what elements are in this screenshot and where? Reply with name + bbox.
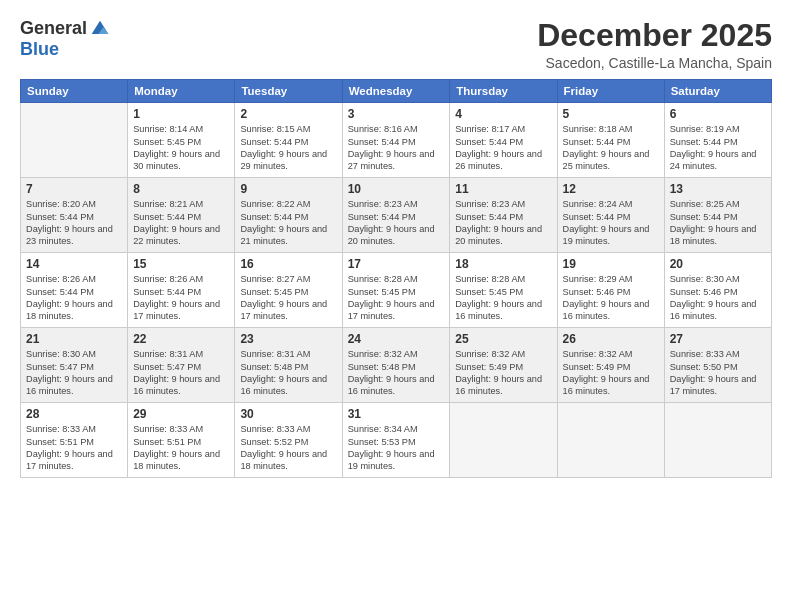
calendar-table: Sunday Monday Tuesday Wednesday Thursday… — [20, 79, 772, 478]
day-number: 15 — [133, 257, 229, 271]
logo-general-text: General — [20, 18, 87, 39]
calendar-cell: 14Sunrise: 8:26 AM Sunset: 5:44 PM Dayli… — [21, 253, 128, 328]
calendar-cell: 20Sunrise: 8:30 AM Sunset: 5:46 PM Dayli… — [664, 253, 771, 328]
day-number: 8 — [133, 182, 229, 196]
day-info: Sunrise: 8:30 AM Sunset: 5:46 PM Dayligh… — [670, 273, 766, 323]
day-info: Sunrise: 8:27 AM Sunset: 5:45 PM Dayligh… — [240, 273, 336, 323]
day-info: Sunrise: 8:28 AM Sunset: 5:45 PM Dayligh… — [348, 273, 445, 323]
calendar-header-row: Sunday Monday Tuesday Wednesday Thursday… — [21, 80, 772, 103]
calendar-cell — [557, 403, 664, 478]
calendar-cell: 18Sunrise: 8:28 AM Sunset: 5:45 PM Dayli… — [450, 253, 557, 328]
calendar-cell: 27Sunrise: 8:33 AM Sunset: 5:50 PM Dayli… — [664, 328, 771, 403]
calendar-cell: 31Sunrise: 8:34 AM Sunset: 5:53 PM Dayli… — [342, 403, 450, 478]
day-info: Sunrise: 8:33 AM Sunset: 5:51 PM Dayligh… — [133, 423, 229, 473]
calendar-cell: 3Sunrise: 8:16 AM Sunset: 5:44 PM Daylig… — [342, 103, 450, 178]
calendar-cell: 23Sunrise: 8:31 AM Sunset: 5:48 PM Dayli… — [235, 328, 342, 403]
day-number: 14 — [26, 257, 122, 271]
calendar-cell — [664, 403, 771, 478]
calendar-week-row: 1Sunrise: 8:14 AM Sunset: 5:45 PM Daylig… — [21, 103, 772, 178]
day-info: Sunrise: 8:25 AM Sunset: 5:44 PM Dayligh… — [670, 198, 766, 248]
col-wednesday: Wednesday — [342, 80, 450, 103]
col-thursday: Thursday — [450, 80, 557, 103]
calendar-cell: 11Sunrise: 8:23 AM Sunset: 5:44 PM Dayli… — [450, 178, 557, 253]
calendar-cell: 10Sunrise: 8:23 AM Sunset: 5:44 PM Dayli… — [342, 178, 450, 253]
calendar-cell: 12Sunrise: 8:24 AM Sunset: 5:44 PM Dayli… — [557, 178, 664, 253]
day-info: Sunrise: 8:20 AM Sunset: 5:44 PM Dayligh… — [26, 198, 122, 248]
calendar-cell: 28Sunrise: 8:33 AM Sunset: 5:51 PM Dayli… — [21, 403, 128, 478]
day-info: Sunrise: 8:16 AM Sunset: 5:44 PM Dayligh… — [348, 123, 445, 173]
day-number: 30 — [240, 407, 336, 421]
calendar-cell: 25Sunrise: 8:32 AM Sunset: 5:49 PM Dayli… — [450, 328, 557, 403]
day-info: Sunrise: 8:26 AM Sunset: 5:44 PM Dayligh… — [133, 273, 229, 323]
day-number: 26 — [563, 332, 659, 346]
day-number: 3 — [348, 107, 445, 121]
day-number: 10 — [348, 182, 445, 196]
calendar-week-row: 14Sunrise: 8:26 AM Sunset: 5:44 PM Dayli… — [21, 253, 772, 328]
day-info: Sunrise: 8:31 AM Sunset: 5:47 PM Dayligh… — [133, 348, 229, 398]
day-number: 16 — [240, 257, 336, 271]
calendar-cell — [21, 103, 128, 178]
day-number: 12 — [563, 182, 659, 196]
calendar-cell: 9Sunrise: 8:22 AM Sunset: 5:44 PM Daylig… — [235, 178, 342, 253]
day-info: Sunrise: 8:26 AM Sunset: 5:44 PM Dayligh… — [26, 273, 122, 323]
logo-blue-text: Blue — [20, 39, 59, 60]
calendar-cell: 19Sunrise: 8:29 AM Sunset: 5:46 PM Dayli… — [557, 253, 664, 328]
day-info: Sunrise: 8:33 AM Sunset: 5:50 PM Dayligh… — [670, 348, 766, 398]
calendar-cell: 30Sunrise: 8:33 AM Sunset: 5:52 PM Dayli… — [235, 403, 342, 478]
location-title: Sacedon, Castille-La Mancha, Spain — [537, 55, 772, 71]
calendar-cell: 29Sunrise: 8:33 AM Sunset: 5:51 PM Dayli… — [128, 403, 235, 478]
day-number: 31 — [348, 407, 445, 421]
day-info: Sunrise: 8:28 AM Sunset: 5:45 PM Dayligh… — [455, 273, 551, 323]
day-number: 5 — [563, 107, 659, 121]
day-number: 2 — [240, 107, 336, 121]
day-number: 6 — [670, 107, 766, 121]
col-monday: Monday — [128, 80, 235, 103]
title-section: December 2025 Sacedon, Castille-La Manch… — [537, 18, 772, 71]
calendar-cell: 7Sunrise: 8:20 AM Sunset: 5:44 PM Daylig… — [21, 178, 128, 253]
calendar-cell: 2Sunrise: 8:15 AM Sunset: 5:44 PM Daylig… — [235, 103, 342, 178]
calendar-cell — [450, 403, 557, 478]
calendar-cell: 8Sunrise: 8:21 AM Sunset: 5:44 PM Daylig… — [128, 178, 235, 253]
calendar-week-row: 7Sunrise: 8:20 AM Sunset: 5:44 PM Daylig… — [21, 178, 772, 253]
day-info: Sunrise: 8:31 AM Sunset: 5:48 PM Dayligh… — [240, 348, 336, 398]
day-number: 23 — [240, 332, 336, 346]
day-info: Sunrise: 8:29 AM Sunset: 5:46 PM Dayligh… — [563, 273, 659, 323]
calendar-week-row: 21Sunrise: 8:30 AM Sunset: 5:47 PM Dayli… — [21, 328, 772, 403]
calendar-cell: 22Sunrise: 8:31 AM Sunset: 5:47 PM Dayli… — [128, 328, 235, 403]
day-number: 27 — [670, 332, 766, 346]
day-number: 29 — [133, 407, 229, 421]
calendar-cell: 1Sunrise: 8:14 AM Sunset: 5:45 PM Daylig… — [128, 103, 235, 178]
day-number: 22 — [133, 332, 229, 346]
calendar-cell: 13Sunrise: 8:25 AM Sunset: 5:44 PM Dayli… — [664, 178, 771, 253]
day-info: Sunrise: 8:24 AM Sunset: 5:44 PM Dayligh… — [563, 198, 659, 248]
day-info: Sunrise: 8:32 AM Sunset: 5:49 PM Dayligh… — [563, 348, 659, 398]
day-info: Sunrise: 8:33 AM Sunset: 5:51 PM Dayligh… — [26, 423, 122, 473]
day-number: 13 — [670, 182, 766, 196]
calendar-cell: 15Sunrise: 8:26 AM Sunset: 5:44 PM Dayli… — [128, 253, 235, 328]
day-number: 11 — [455, 182, 551, 196]
day-info: Sunrise: 8:15 AM Sunset: 5:44 PM Dayligh… — [240, 123, 336, 173]
day-info: Sunrise: 8:34 AM Sunset: 5:53 PM Dayligh… — [348, 423, 445, 473]
day-number: 28 — [26, 407, 122, 421]
day-number: 9 — [240, 182, 336, 196]
day-info: Sunrise: 8:14 AM Sunset: 5:45 PM Dayligh… — [133, 123, 229, 173]
col-tuesday: Tuesday — [235, 80, 342, 103]
day-number: 24 — [348, 332, 445, 346]
day-info: Sunrise: 8:19 AM Sunset: 5:44 PM Dayligh… — [670, 123, 766, 173]
day-info: Sunrise: 8:17 AM Sunset: 5:44 PM Dayligh… — [455, 123, 551, 173]
calendar-cell: 26Sunrise: 8:32 AM Sunset: 5:49 PM Dayli… — [557, 328, 664, 403]
day-info: Sunrise: 8:23 AM Sunset: 5:44 PM Dayligh… — [455, 198, 551, 248]
day-number: 1 — [133, 107, 229, 121]
header: General Blue December 2025 Sacedon, Cast… — [20, 18, 772, 71]
day-info: Sunrise: 8:30 AM Sunset: 5:47 PM Dayligh… — [26, 348, 122, 398]
month-title: December 2025 — [537, 18, 772, 53]
calendar-cell: 5Sunrise: 8:18 AM Sunset: 5:44 PM Daylig… — [557, 103, 664, 178]
day-number: 20 — [670, 257, 766, 271]
logo: General Blue — [20, 18, 110, 60]
day-info: Sunrise: 8:32 AM Sunset: 5:48 PM Dayligh… — [348, 348, 445, 398]
day-info: Sunrise: 8:33 AM Sunset: 5:52 PM Dayligh… — [240, 423, 336, 473]
col-saturday: Saturday — [664, 80, 771, 103]
day-number: 21 — [26, 332, 122, 346]
day-number: 17 — [348, 257, 445, 271]
day-info: Sunrise: 8:32 AM Sunset: 5:49 PM Dayligh… — [455, 348, 551, 398]
